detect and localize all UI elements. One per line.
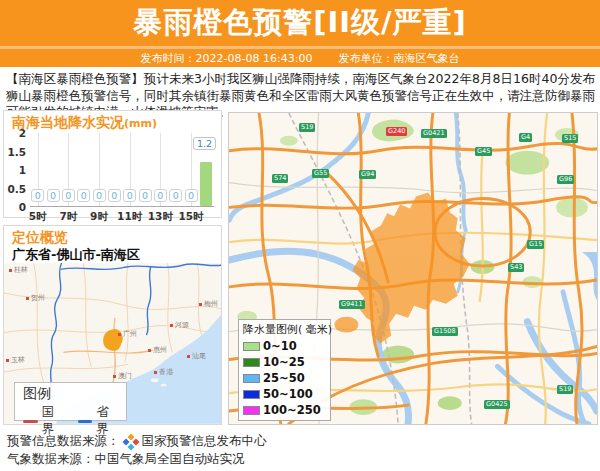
chart-ytick: 1.5 — [4, 146, 26, 158]
city-label: 河源 — [175, 320, 189, 330]
chart-xtick: 9时 — [84, 210, 114, 224]
road-badge: G9411 — [339, 300, 365, 309]
chart-plot: 00.511.525时7时9时11时13时15时000000000001.2 — [30, 133, 214, 207]
location-title: 定位概览 — [12, 229, 68, 247]
precipitation-chart-panel: 南海当地降水实况(mm) 00.511.525时7时9时11时13时15时000… — [3, 110, 222, 218]
chart-xtick: 13时 — [145, 210, 175, 224]
footer-weather-source: 气象数据来源：中国气象局全国自动站实况 — [7, 451, 245, 468]
rainfall-legend-row: 25~50 — [243, 371, 326, 385]
boundary-legend: 图例 国界省界 — [14, 382, 127, 421]
city-label: 玉林 — [11, 355, 25, 365]
city-marker — [170, 324, 173, 327]
rainfall-legend-label: 0~10 — [263, 339, 297, 353]
boundary-line-swatch-icon — [78, 420, 93, 423]
footer-line1-source: 国家预警信息发布中心 — [142, 433, 267, 450]
city-marker — [199, 303, 202, 306]
road-badge: S74 — [272, 174, 288, 183]
chart-title-text: 南海当地降水实况 — [12, 114, 124, 130]
chart-bar-tooltip: 1.2 — [193, 137, 216, 150]
header-bar: 暴雨橙色预警[II级/严重] — [0, 0, 600, 46]
chart-title-unit: (mm) — [124, 117, 157, 130]
road-badge: S19 — [299, 123, 315, 132]
rainfall-swatch-icon — [243, 358, 260, 367]
city-label: 桂林 — [14, 265, 28, 275]
road-badge: G55 — [312, 169, 329, 178]
publish-info-bar: 发布时间：2022-08-08 16:43:00 发布单位：南海区气象台 — [0, 49, 600, 67]
rainfall-legend-row: 50~100 — [243, 387, 326, 401]
warning-page: 暴雨橙色预警[II级/严重] 发布时间：2022-08-08 16:43:00 … — [0, 0, 600, 471]
page-title: 暴雨橙色预警[II级/严重] — [133, 3, 467, 43]
publish-unit: 发布单位：南海区气象台 — [338, 51, 459, 66]
city-marker — [148, 349, 151, 352]
road-badge: G4 — [519, 133, 532, 142]
rainfall-legend: 降水量图例( 毫米) 0~1010~2525~5050~100100~250 — [238, 319, 331, 421]
city-marker — [6, 359, 9, 362]
location-path: 广东省-佛山市-南海区 — [12, 246, 140, 264]
city-marker — [26, 297, 29, 300]
city-marker — [113, 375, 116, 378]
chart-xtick: 5时 — [23, 210, 53, 224]
chart-value-bubble: 0 — [169, 189, 182, 202]
chart-value-bubble: 0 — [123, 189, 136, 202]
chart-value-bubble: 0 — [77, 189, 90, 202]
road-badge: G45 — [475, 147, 492, 156]
city-label: 惠州 — [153, 345, 167, 355]
boundary-line-swatch-icon — [23, 420, 38, 423]
chart-ytick: 2 — [4, 127, 26, 139]
chart-value-bubble: 0 — [108, 189, 121, 202]
rainfall-swatch-icon — [243, 342, 260, 351]
chart-xtick: 11时 — [115, 210, 145, 224]
rainfall-legend-row: 10~25 — [243, 355, 326, 369]
road-badge: S43 — [508, 263, 524, 272]
chart-value-bubble: 0 — [31, 189, 44, 202]
city-label: 汕尾 — [192, 351, 206, 361]
footer-warning-source: 预警信息数据来源： 国家预警信息发布中心 — [7, 433, 267, 450]
rainfall-swatch-icon — [243, 390, 260, 399]
rainfall-legend-row: 100~250 — [243, 403, 326, 417]
road-badge: G0421 — [421, 129, 447, 138]
city-marker — [9, 269, 12, 272]
rainfall-swatch-icon — [243, 406, 260, 415]
chart-xtick: 7时 — [53, 210, 83, 224]
chart-bar[interactable] — [200, 162, 212, 206]
city-label: 梅州 — [204, 299, 218, 309]
rainfall-legend-label: 100~250 — [263, 403, 321, 417]
road-badge: G15 — [527, 240, 544, 249]
location-panel: 定位概览 广东省-佛山市-南海区 — [3, 225, 222, 425]
nwc-diamond-logo-icon — [122, 433, 139, 450]
chart-ytick: 1 — [4, 164, 26, 176]
footer-line1-label: 预警信息数据来源： — [7, 433, 120, 450]
chart-value-bubble: 0 — [62, 189, 75, 202]
city-marker — [118, 333, 121, 336]
road-badge: S19 — [557, 385, 573, 394]
chart-title: 南海当地降水实况(mm) — [12, 114, 157, 132]
chart-value-bubble: 0 — [139, 189, 152, 202]
chart-value-bubble: 0 — [47, 189, 60, 202]
city-label: 澳门 — [118, 371, 132, 381]
rainfall-swatch-icon — [243, 374, 260, 383]
road-badge: G94 — [359, 170, 376, 179]
road-badge: G0425 — [484, 400, 510, 409]
boundary-legend-title: 图例 — [23, 385, 118, 403]
city-label: 香港 — [159, 367, 173, 377]
rainfall-map-panel: S19G240G0421G4S15G45S74G55G94G96G15S43G1… — [228, 112, 598, 425]
chart-xtick: 15时 — [176, 210, 206, 224]
road-badge: S15 — [562, 134, 578, 143]
city-label: 广州 — [123, 329, 137, 339]
rainfall-legend-label: 25~50 — [263, 371, 305, 385]
rainfall-legend-label: 50~100 — [263, 387, 313, 401]
chart-value-bubble: 0 — [185, 189, 198, 202]
chart-value-bubble: 0 — [93, 189, 106, 202]
chart-ytick: 0.5 — [4, 183, 26, 195]
rainfall-legend-label: 10~25 — [263, 355, 305, 369]
footer-line2-text: 气象数据来源：中国气象局全国自动站实况 — [7, 451, 245, 468]
publish-time: 发布时间：2022-08-08 16:43:00 — [141, 51, 313, 66]
chart-value-bubble: 0 — [154, 189, 167, 202]
rainfall-legend-title: 降水量图例( 毫米) — [243, 322, 326, 337]
road-badge: G240 — [386, 127, 407, 136]
city-marker — [187, 355, 190, 358]
city-label: 贺州 — [31, 293, 45, 303]
road-badge: G1508 — [432, 327, 458, 336]
rainfall-legend-row: 0~10 — [243, 339, 326, 353]
road-badge: G96 — [557, 175, 574, 184]
